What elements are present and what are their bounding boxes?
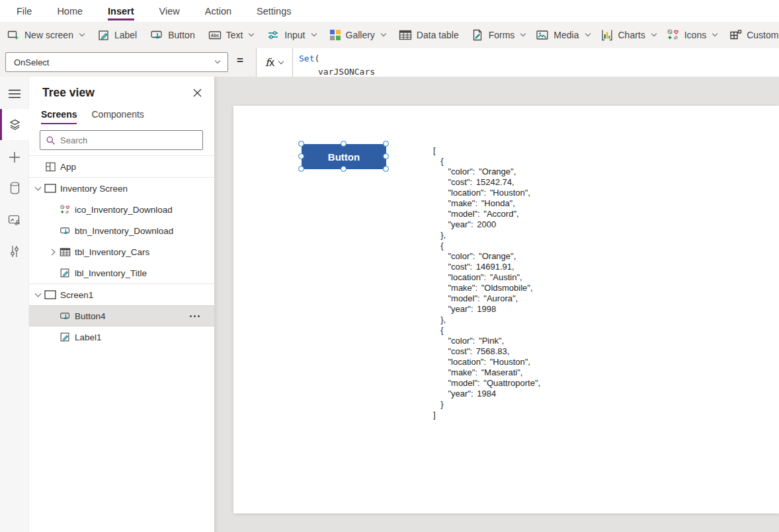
- resize-handle-top-left[interactable]: [298, 141, 304, 147]
- charts-icon: [600, 28, 614, 42]
- insert-rail-button[interactable]: [0, 141, 29, 172]
- tree-item-tbl-inventory-cars[interactable]: tbl_Inventory_Cars: [29, 241, 214, 262]
- menu-file[interactable]: File: [17, 0, 32, 22]
- close-icon: [193, 89, 202, 97]
- menu-insert[interactable]: Insert: [108, 0, 134, 22]
- advanced-tools-rail-button[interactable]: [0, 236, 29, 267]
- label-button[interactable]: Label: [91, 22, 144, 48]
- powerapps-studio: File Home Insert View Action Settings Ne…: [0, 0, 779, 532]
- property-selector[interactable]: OnSelect: [5, 52, 228, 72]
- tab-components[interactable]: Components: [91, 109, 144, 124]
- icons-dropdown[interactable]: Icons: [661, 22, 722, 48]
- icons-symbols-icon: [667, 28, 680, 42]
- tree-item-label: App: [60, 162, 76, 172]
- input-sliders-icon: [266, 28, 280, 42]
- resize-handle-middle-right[interactable]: [383, 153, 389, 159]
- chevron-down-icon: [381, 31, 386, 36]
- tree-item-label: tbl_Inventory_Cars: [75, 247, 149, 257]
- icon-control-icon: [59, 204, 71, 215]
- screen1-artboard[interactable]: Button [ { "color": "Orange", "cost": 15…: [233, 106, 779, 513]
- new-screen-label: New screen: [24, 30, 73, 40]
- property-selector-value: OnSelect: [14, 57, 49, 67]
- tab-screens[interactable]: Screens: [41, 109, 77, 124]
- tree-item-ico-inventory-download[interactable]: ico_Inventory_Download: [29, 199, 214, 220]
- more-options-button[interactable]: [190, 315, 200, 317]
- chevron-down-icon: [651, 31, 656, 36]
- canvas-workspace: Button [ { "color": "Orange", "cost": 15…: [215, 77, 779, 532]
- resize-handle-bottom-center[interactable]: [341, 166, 347, 172]
- forms-dropdown[interactable]: Forms: [466, 22, 531, 48]
- label-label: Label: [114, 30, 137, 40]
- sliders-vertical-icon: [9, 245, 20, 258]
- tree-item-inventory-screen[interactable]: Inventory Screen: [29, 178, 214, 199]
- formula-line-1: Set(: [299, 52, 779, 65]
- text-dropdown[interactable]: Abc Text: [202, 22, 261, 48]
- forms-icon: [471, 28, 484, 42]
- data-table-label: Data table: [417, 30, 459, 40]
- resize-handle-bottom-right[interactable]: [383, 166, 389, 172]
- custom-dropdown[interactable]: Custom: [722, 22, 779, 48]
- database-cylinder-icon: [9, 182, 20, 194]
- new-screen-button[interactable]: New screen: [0, 22, 91, 48]
- data-sources-rail-button[interactable]: [0, 172, 29, 204]
- close-panel-button[interactable]: [190, 86, 204, 99]
- resize-handle-top-right[interactable]: [383, 141, 389, 147]
- button-label: Button: [168, 30, 194, 40]
- tree-item-screen1[interactable]: Screen1: [29, 284, 214, 305]
- tree-tabs: Screens Components: [41, 109, 144, 124]
- chevron-right-icon[interactable]: [48, 248, 55, 255]
- screens-tree: App Inventory Screen ico_Inventory_Downl…: [29, 155, 214, 348]
- media-label: Media: [554, 30, 579, 40]
- gallery-dropdown[interactable]: Gallery: [323, 22, 392, 48]
- button-control-icon: [59, 311, 71, 322]
- chevron-down-icon[interactable]: [34, 184, 41, 191]
- chevron-down-icon: [278, 58, 284, 63]
- tree-item-lbl-inventory-title[interactable]: lbl_Inventory_Title: [29, 262, 214, 284]
- input-dropdown[interactable]: Input: [260, 22, 322, 48]
- svg-text:Abc: Abc: [211, 33, 220, 38]
- tree-item-btn-inventory-download[interactable]: btn_Inventory_Download: [29, 220, 214, 241]
- data-table-button[interactable]: Data table: [392, 22, 466, 48]
- tree-search-box[interactable]: [40, 130, 203, 150]
- charts-label: Charts: [618, 30, 645, 40]
- text-label: Text: [226, 30, 243, 40]
- formula-input[interactable]: Set( varJSONCars: [299, 52, 779, 77]
- chevron-down-icon: [215, 58, 220, 63]
- button-control-icon: [59, 225, 71, 237]
- tree-item-app[interactable]: App: [29, 156, 214, 177]
- icons-label: Icons: [684, 30, 706, 40]
- charts-dropdown[interactable]: Charts: [595, 22, 661, 48]
- gallery-label: Gallery: [346, 30, 375, 40]
- tree-view-rail-button[interactable]: [0, 109, 29, 140]
- chevron-down-icon: [712, 31, 718, 36]
- menu-home[interactable]: Home: [57, 0, 83, 22]
- hamburger-icon: [9, 89, 20, 98]
- tree-item-label: btn_Inventory_Download: [75, 226, 173, 236]
- gallery-icon: [329, 29, 341, 41]
- equals-sign: =: [237, 54, 243, 67]
- label-icon: [97, 29, 110, 42]
- tree-item-label1[interactable]: Label1: [29, 326, 214, 348]
- tree-item-label: lbl_Inventory_Title: [75, 268, 147, 278]
- fx-dropdown[interactable]: fx: [256, 48, 293, 77]
- formula-line-2: varJSONCars: [299, 65, 779, 77]
- media-dropdown[interactable]: Media: [530, 22, 594, 48]
- resize-handle-bottom-left[interactable]: [298, 166, 304, 172]
- chevron-down-icon: [520, 31, 526, 36]
- text-abc-icon: Abc: [208, 28, 222, 42]
- chevron-down-icon[interactable]: [34, 291, 41, 297]
- hamburger-menu-button[interactable]: [0, 78, 29, 109]
- menu-bar: File Home Insert View Action Settings: [0, 0, 779, 22]
- button-button[interactable]: Button: [144, 22, 201, 48]
- media-note-icon: [8, 214, 21, 226]
- canvas-label1-json-text[interactable]: [ { "color": "Orange", "cost": 15242.74,…: [433, 145, 540, 420]
- search-input[interactable]: [60, 135, 197, 145]
- tree-item-button4[interactable]: Button4: [29, 305, 214, 326]
- input-label: Input: [284, 30, 305, 40]
- resize-handle-middle-left[interactable]: [298, 153, 304, 159]
- menu-action[interactable]: Action: [205, 0, 231, 22]
- menu-view[interactable]: View: [159, 0, 180, 22]
- media-rail-button[interactable]: [0, 204, 29, 235]
- resize-handle-top-center[interactable]: [341, 141, 347, 147]
- menu-settings[interactable]: Settings: [257, 0, 291, 22]
